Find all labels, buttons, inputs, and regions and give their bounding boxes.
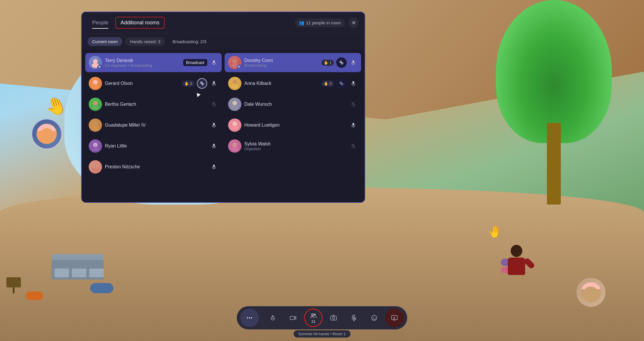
avatar-sylvia-svg [230, 141, 240, 151]
preston-name: Preston Nitzsche [105, 164, 207, 169]
dorothy-broadcast-button[interactable] [336, 57, 347, 68]
person-row-gerard[interactable]: Gerard Olson ✋ 2 [85, 74, 222, 93]
guadalupe-actions [210, 121, 218, 130]
bertha-actions [210, 100, 218, 109]
anna-name: Anna Kilback [244, 81, 319, 86]
dorothy-mic-button[interactable] [349, 58, 358, 67]
mic-icon [211, 60, 217, 65]
preston-info: Preston Nitzsche [105, 164, 207, 169]
right-column: 📡 Dorothy Conn Broadcasting ✋ 1 [225, 53, 361, 199]
ryan-mic-button[interactable] [210, 142, 218, 150]
broadcast-ring-icon [199, 81, 205, 86]
side-table [6, 277, 21, 293]
howard-mic-button[interactable] [349, 121, 358, 130]
blue-pillow [90, 283, 113, 293]
gerard-name: Gerard Olson [105, 81, 179, 86]
guadalupe-mic-button[interactable] [210, 121, 218, 130]
dorothy-name: Dorothy Conn [244, 58, 319, 63]
anna-broadcast-button[interactable] [336, 78, 347, 89]
menu-dots-button[interactable] [240, 309, 259, 327]
anna-mic-button[interactable] [349, 79, 358, 88]
mic-icon-dorothy [351, 60, 356, 65]
terry-mic-button[interactable] [210, 58, 218, 67]
close-button[interactable]: ✕ [348, 18, 359, 28]
person-row-howard[interactable]: Howard Luettgen [225, 116, 361, 135]
avatar-dale [228, 98, 241, 111]
filter-hands-raised[interactable]: Hands raised: 3 [125, 37, 165, 46]
status-bar: Summer All-hands • Room 1 [294, 330, 350, 338]
photo-button[interactable] [324, 309, 343, 327]
people-button[interactable]: 11 [304, 309, 323, 327]
bertha-name: Bertha Gerlach [105, 102, 207, 107]
hand-emoji-anna: ✋ [324, 81, 328, 86]
person-row-dorothy[interactable]: 📡 Dorothy Conn Broadcasting ✋ 1 [225, 53, 361, 72]
sylvia-mic-button[interactable] [349, 142, 358, 150]
svg-point-39 [232, 122, 237, 126]
svg-point-18 [92, 147, 99, 151]
right-char-head [511, 245, 522, 257]
sofa [52, 259, 104, 280]
avatar-bertha-svg [90, 99, 101, 110]
svg-point-4 [93, 80, 98, 85]
avatar-ryan [89, 139, 102, 153]
person-row-guadalupe[interactable]: Guadalupe Miller IV [85, 116, 222, 135]
person-row-preston[interactable]: Preston Nitzsche [85, 157, 222, 176]
bertha-mic-button[interactable] [210, 100, 218, 109]
mic-icon-preston [211, 164, 217, 169]
person-row-sylvia[interactable]: Sylvia Walsh Organizer [225, 136, 361, 156]
reactions-button[interactable] [263, 309, 282, 327]
avatar-preston [89, 160, 102, 174]
svg-point-53 [314, 314, 316, 315]
svg-point-59 [372, 315, 377, 320]
avatar-guadalupe [89, 118, 102, 132]
terry-role: Co-organizer • Broadcasting [105, 63, 180, 68]
preston-mic-button[interactable] [210, 163, 218, 171]
svg-point-55 [332, 317, 335, 319]
avatar-bertha [89, 98, 102, 111]
dale-info: Dale Wunsch [244, 102, 346, 107]
svg-point-14 [92, 126, 99, 130]
broadcast-icon-anna [339, 81, 344, 86]
preston-actions [210, 163, 218, 171]
person-row-anna[interactable]: Anna Kilback ✋ 3 [225, 74, 361, 93]
tab-additional-rooms[interactable]: Additional rooms [115, 17, 165, 29]
screen-share-button[interactable] [385, 309, 404, 327]
svg-point-47 [247, 317, 248, 318]
svg-point-10 [92, 105, 99, 110]
avatar-ryan-svg [90, 141, 101, 151]
person-row-terry[interactable]: 📡 Terry Denesik Co-organizer • Broadcast… [85, 53, 222, 72]
person-row-ryan[interactable]: Ryan Little [85, 136, 222, 156]
svg-point-32 [341, 83, 342, 84]
gerard-broadcast-button[interactable] [197, 78, 207, 89]
gerard-hand-count: ✋ 2 [182, 81, 194, 87]
avatar-dorothy: 📡 [228, 56, 241, 69]
dorothy-hand-count: ✋ 1 [321, 60, 334, 66]
ryan-info: Ryan Little [105, 143, 207, 149]
dale-actions [349, 100, 358, 109]
mic-toolbar-button[interactable] [345, 309, 363, 327]
camera-button[interactable] [284, 309, 302, 327]
avatar-circle-bottom-right [576, 278, 605, 307]
people-count-badge: 👥 11 people in room [295, 19, 345, 27]
hand-emoji: ✋ [184, 81, 189, 86]
tab-people[interactable]: People [88, 17, 113, 28]
svg-point-52 [312, 314, 313, 316]
howard-name: Howard Luettgen [244, 123, 346, 128]
avatar-terry: 📡 [89, 56, 102, 69]
filter-broadcasting[interactable]: Broadcasting: 2/3 [168, 37, 211, 46]
people-count-text: 11 people in room [306, 20, 341, 25]
dale-mic-button[interactable] [349, 100, 358, 109]
person-row-dale[interactable]: Dale Wunsch [225, 95, 361, 114]
right-character [505, 245, 528, 280]
tree-trunk [547, 123, 561, 205]
emoji-button[interactable] [365, 309, 383, 327]
dorothy-actions: ✋ 1 [321, 57, 358, 68]
terry-actions: Broadcast [183, 58, 218, 67]
mic-muted-icon-sylvia [351, 143, 356, 149]
gerard-mic-button[interactable] [210, 79, 218, 88]
mic-muted-icon-bertha [211, 102, 217, 107]
table-top [6, 277, 21, 287]
filter-current-room[interactable]: Current room [88, 37, 122, 46]
gerard-info: Gerard Olson [105, 81, 179, 86]
person-row-bertha[interactable]: Bertha Gerlach [85, 95, 222, 114]
